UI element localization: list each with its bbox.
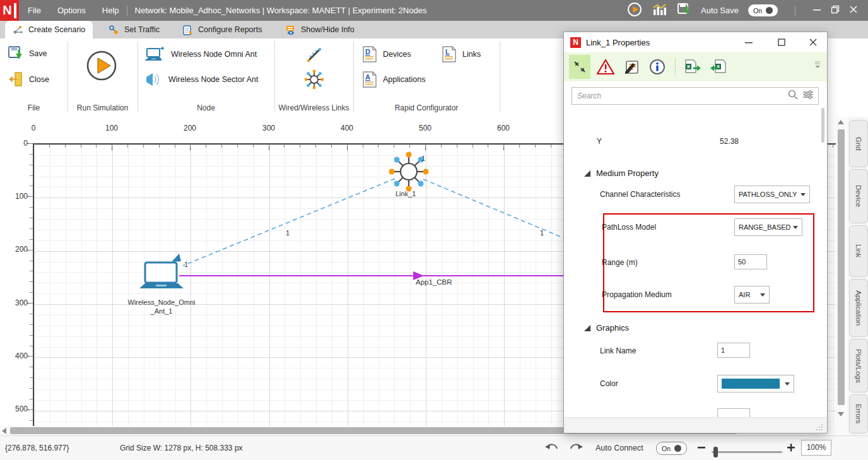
color-dropdown[interactable] (717, 375, 794, 392)
zoom-slider-handle[interactable] (713, 447, 718, 457)
run-simulation-icon (85, 49, 119, 83)
run-simulation-quick-icon[interactable] (627, 2, 642, 19)
svg-text:A: A (365, 73, 370, 81)
titlebar-separator (127, 6, 127, 16)
range-label: Range (m) (602, 258, 638, 267)
zoom-in-icon[interactable] (786, 442, 796, 455)
collapse-properties-icon[interactable] (569, 55, 590, 79)
app-flow-label: App1_CBR (416, 278, 452, 286)
tab-create-scenario[interactable]: Create Scenario (5, 21, 93, 38)
filter-sliders-icon[interactable] (802, 90, 814, 102)
tab-configure-reports-label: Configure Reports (198, 25, 262, 34)
scroll-down-arrow-icon[interactable] (838, 412, 844, 416)
properties-search-input[interactable] (572, 91, 788, 100)
wireless-node-omni-1[interactable] (139, 254, 184, 288)
menu-file[interactable]: File (28, 6, 41, 15)
applications-doc-icon: A (362, 71, 377, 88)
links-doc-icon: L (442, 45, 457, 63)
side-tab-grid[interactable]: Grid (849, 120, 868, 167)
auto-save-toggle-state: On (753, 7, 762, 15)
vertical-scrollbar[interactable] (836, 117, 847, 426)
dialog-minimize-icon[interactable] (739, 35, 758, 49)
side-tab-link[interactable]: Link (849, 225, 868, 277)
auto-save-icon[interactable] (676, 2, 691, 19)
tab-configure-reports[interactable]: Configure Reports (175, 21, 269, 38)
channel-characteristics-dropdown[interactable]: PATHLOSS_ONLY (734, 186, 810, 203)
netsim-logo-letter: N (3, 3, 11, 18)
save-button[interactable]: Save (8, 45, 47, 61)
wireless-link-tool[interactable] (303, 69, 325, 90)
scroll-left-arrow-icon[interactable] (2, 428, 6, 434)
auto-connect-label: Auto Connect (595, 444, 643, 452)
dialog-title: Link_1 Properties (586, 38, 650, 47)
dialog-footer (564, 417, 827, 433)
menu-options[interactable]: Options (57, 6, 86, 15)
export-to-excel-icon[interactable] (682, 55, 703, 79)
dialog-close-icon[interactable] (804, 35, 823, 49)
undo-icon[interactable] (544, 442, 560, 456)
scroll-up-arrow-icon[interactable] (838, 120, 844, 124)
zoom-slider-track[interactable] (712, 451, 782, 453)
svg-text:D: D (365, 48, 370, 56)
auto-connect-toggle-knob (674, 445, 681, 452)
link-properties-dialog: N Link_1 Properties (563, 32, 828, 433)
wireless-node-omni-button[interactable]: Wireless Node Omni Ant (144, 46, 257, 62)
warning-icon[interactable] (595, 55, 616, 79)
y-coordinate-value: 52.38 (720, 137, 739, 146)
graphics-section[interactable]: Graphics (584, 323, 629, 333)
minimize-window-icon[interactable] (812, 5, 821, 16)
search-icon[interactable] (788, 90, 798, 102)
range-input[interactable] (734, 254, 767, 269)
wireless-link-line-left[interactable] (183, 179, 395, 266)
resize-grip-icon[interactable] (815, 423, 823, 431)
edit-notes-icon[interactable] (621, 55, 642, 79)
side-tab-application[interactable]: Application (849, 279, 868, 337)
side-tab-errors[interactable]: Errors (849, 394, 868, 433)
dropdown-caret-icon (801, 193, 806, 196)
close-window-icon[interactable] (849, 5, 858, 16)
zoom-level-box[interactable]: 100% (801, 440, 831, 456)
laptop-label-line1: Wireless_Node_Omni (128, 298, 196, 306)
dialog-maximize-icon[interactable] (772, 35, 791, 49)
restore-window-icon[interactable] (831, 5, 840, 16)
auto-connect-toggle-state: On (662, 445, 671, 452)
cursor-coordinates: {276.878, 516.977} (5, 444, 69, 452)
link-segment-label-right: 1 (540, 229, 544, 237)
tab-show-hide-info[interactable]: Show/Hide Info (278, 21, 362, 38)
wireless-node-sector-button[interactable]: Wireless Node Sector Ant (145, 72, 258, 87)
wireless-node-omni-label: Wireless Node Omni Ant (171, 50, 257, 59)
side-tab-device[interactable]: Device (849, 169, 868, 223)
zoom-out-icon[interactable] (697, 442, 706, 455)
auto-save-toggle[interactable]: On (748, 4, 778, 16)
color-swatch (722, 379, 780, 389)
results-chart-icon[interactable] (652, 3, 667, 18)
run-simulation-button[interactable] (85, 49, 119, 83)
tab-set-traffic[interactable]: Set Traffic (101, 21, 167, 38)
wired-link-tool[interactable] (303, 44, 325, 65)
link-name-input[interactable] (717, 343, 750, 358)
vertical-scrollbar-thumb[interactable] (838, 129, 845, 405)
toolbar-collapse-chevron-icon[interactable] (814, 60, 821, 71)
devices-doc-icon: D (362, 45, 377, 63)
side-tab-plots-logs[interactable]: Plots/Logs (849, 339, 868, 392)
import-from-excel-icon[interactable] (708, 55, 729, 79)
auto-connect-toggle[interactable]: On (656, 442, 687, 455)
info-icon[interactable] (647, 55, 668, 79)
rapid-applications-button[interactable]: A Applications (362, 71, 425, 88)
wireless-node-omni-icon (144, 46, 165, 62)
title-bar: N File Options Help Network: Mobile_Adho… (0, 0, 868, 21)
dialog-scrollbar-thumb[interactable] (821, 108, 824, 143)
rapid-devices-label: Devices (383, 50, 411, 59)
rapid-links-label: Links (462, 50, 481, 59)
save-button-label: Save (29, 49, 47, 58)
hub-label: Link_1 (396, 190, 416, 198)
close-button[interactable]: Close (8, 71, 49, 87)
menu-help[interactable]: Help (102, 6, 119, 15)
rapid-links-button[interactable]: L Links (442, 45, 481, 63)
propagation-medium-dropdown[interactable]: AIR (734, 286, 770, 304)
rapid-devices-button[interactable]: D Devices (362, 45, 411, 63)
color-label: Color (600, 379, 618, 388)
pathloss-model-dropdown[interactable]: RANGE_BASED (734, 218, 802, 236)
redo-icon[interactable] (568, 442, 584, 456)
medium-property-section[interactable]: Medium Property (584, 168, 659, 178)
